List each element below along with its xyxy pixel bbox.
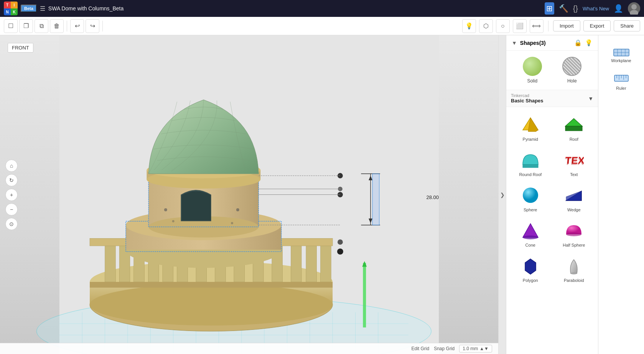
solid-hole-selector: Solid Hole <box>506 51 598 90</box>
hammer-tool-button[interactable]: 🔨 <box>559 4 568 13</box>
snap-grid-label: Snap Grid <box>434 346 455 351</box>
edit-grid-label[interactable]: Edit Grid <box>412 346 430 351</box>
separator3 <box>548 21 548 31</box>
toolbar-right: 💡 ⬡ ○ ⬜ ⟺ Import Export Share <box>462 19 640 33</box>
whats-new-button[interactable]: What's New <box>583 6 609 12</box>
text-label: Text <box>570 172 578 177</box>
beta-badge[interactable]: Beta <box>21 5 37 12</box>
shape-item-pyramid[interactable]: Pyramid <box>509 110 552 144</box>
wedge-label: Wedge <box>567 207 581 212</box>
svg-marker-84 <box>523 224 538 237</box>
solid-option[interactable]: Solid <box>523 57 542 84</box>
shape-item-cone[interactable]: Cone <box>509 216 552 250</box>
panel-collapse-button[interactable]: ❯ <box>498 35 506 354</box>
share-button[interactable]: Share <box>614 20 640 31</box>
sphere-label: Sphere <box>524 207 537 212</box>
solid-circle <box>523 57 542 76</box>
roof-label: Roof <box>570 137 578 142</box>
undo-button[interactable]: ↩ <box>70 19 84 33</box>
grid-view-button[interactable]: ⊞ <box>545 2 554 15</box>
workplane-label: Workplane <box>611 58 631 63</box>
delete-button[interactable]: 🗑 <box>50 19 64 33</box>
file-icon: ☰ <box>40 5 45 12</box>
shape-item-half-sphere[interactable]: Half Sphere <box>553 216 595 250</box>
snap-grid-value[interactable]: 1.0 mm ▲▼ <box>459 345 492 352</box>
svg-text:TEXT: TEXT <box>564 156 584 167</box>
import-button[interactable]: Import <box>553 20 580 31</box>
shapes-toggle-icon[interactable]: ▼ <box>512 40 517 46</box>
export-button[interactable]: Export <box>583 20 611 31</box>
svg-point-25 <box>90 284 333 326</box>
workplane-button[interactable]: Workplane <box>602 39 641 65</box>
duplicate-button[interactable]: ❐ <box>19 19 33 33</box>
svg-rect-77 <box>565 126 582 131</box>
snap-button[interactable]: ⬡ <box>479 19 493 33</box>
hole-circle <box>562 57 581 76</box>
category-brand-label: Tinkercad <box>511 93 544 98</box>
svg-point-62 <box>338 239 343 245</box>
svg-point-85 <box>523 235 538 239</box>
shape-item-polygon[interactable]: Polygon <box>509 251 552 285</box>
separator2 <box>102 21 103 31</box>
svg-point-55 <box>172 220 175 222</box>
shape-item-roof[interactable]: Roof <box>553 110 595 144</box>
half-sphere-label: Half Sphere <box>563 243 585 247</box>
bottom-bar: Edit Grid Snap Grid 1.0 mm ▲▼ <box>0 343 498 354</box>
svg-point-86 <box>566 232 581 236</box>
text-icon: TEXT TEXT <box>563 149 585 171</box>
redo-button[interactable]: ↪ <box>86 19 99 33</box>
category-dropdown-icon[interactable]: ▼ <box>588 95 593 102</box>
code-view-button[interactable]: {} <box>573 4 578 13</box>
shape-item-text[interactable]: TEXT TEXT Text <box>553 145 595 179</box>
shape-item-wedge[interactable]: Wedge <box>553 181 595 214</box>
toolbar: ☐ ❐ ⧉ 🗑 ↩ ↪ 💡 ⬡ ○ ⬜ ⟺ Import Export Shar… <box>0 17 644 35</box>
svg-point-81 <box>523 188 538 203</box>
panel-wrapper: ❯ ▼ Shapes(3) 🔒 💡 Solid Hole <box>498 35 644 354</box>
hole-option[interactable]: Hole <box>562 57 581 84</box>
svg-rect-38 <box>306 244 317 282</box>
svg-point-1 <box>631 4 637 10</box>
separator <box>67 21 67 31</box>
shape-category-bar[interactable]: Tinkercad Basic Shapes ▼ <box>506 90 598 107</box>
main-area: FRONT ⌂ ↻ + − ⊙ <box>0 35 644 354</box>
right-panel: ▼ Shapes(3) 🔒 💡 Solid Hole Tinker <box>506 35 598 354</box>
shapes-header: ▼ Shapes(3) 🔒 💡 <box>506 35 598 51</box>
shape-grid: Pyramid Roof <box>506 107 598 354</box>
bulb-icon[interactable]: 💡 <box>585 39 593 46</box>
paraboloid-label: Paraboloid <box>564 278 584 283</box>
sphere-icon <box>520 184 541 206</box>
ruler-label: Ruler <box>616 86 626 91</box>
ruler-button[interactable]: Ruler <box>602 67 641 93</box>
user-avatar[interactable] <box>628 2 640 15</box>
align-button[interactable]: ⬜ <box>513 19 527 33</box>
shape-item-round-roof[interactable]: Round Roof <box>509 145 552 179</box>
polygon-icon <box>520 255 541 277</box>
svg-rect-69 <box>372 174 379 225</box>
lock-icon[interactable]: 🔒 <box>574 39 582 46</box>
shape-item-paraboloid[interactable]: Paraboloid <box>553 251 595 285</box>
ruler-icon <box>612 71 631 86</box>
svg-rect-41 <box>90 282 333 288</box>
svg-point-53 <box>164 208 167 211</box>
solid-label: Solid <box>527 78 537 84</box>
svg-rect-57 <box>363 263 366 328</box>
measurement-value: 28.00 <box>426 194 439 200</box>
mirror-button[interactable]: ○ <box>496 19 510 33</box>
flip-button[interactable]: ⟺ <box>530 19 544 33</box>
svg-point-63 <box>337 249 343 255</box>
shape-item-sphere[interactable]: Sphere <box>509 181 552 214</box>
viewport[interactable]: FRONT ⌂ ↻ + − ⊙ <box>0 35 498 354</box>
pyramid-icon <box>520 114 541 135</box>
far-right-panel: Workplane Ruler <box>598 35 644 354</box>
cone-label: Cone <box>525 243 535 247</box>
light-button[interactable]: 💡 <box>462 19 476 33</box>
svg-marker-83 <box>566 191 581 201</box>
svg-point-89 <box>571 272 577 275</box>
copy-button[interactable]: ⧉ <box>35 19 48 33</box>
polygon-label: Polygon <box>523 278 538 283</box>
account-icon[interactable]: 👤 <box>614 4 623 13</box>
logo[interactable]: T I N K <box>4 2 18 15</box>
topbar: T I N K Beta ☰ SWA Dome with Columns_Bet… <box>0 0 644 17</box>
new-shape-button[interactable]: ☐ <box>4 19 18 33</box>
wedge-icon <box>563 184 585 206</box>
